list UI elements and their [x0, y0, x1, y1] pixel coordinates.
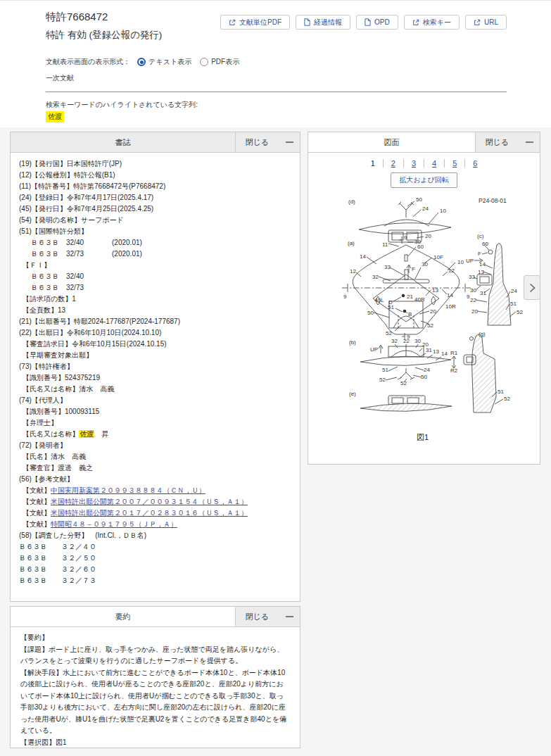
- enlarge-rotate-button[interactable]: 拡大および回転: [391, 172, 457, 188]
- figure-label: 24: [422, 206, 429, 212]
- figure-label: 10R: [445, 303, 456, 310]
- figure-label: 22: [470, 297, 476, 303]
- toolbar-button-label: 文献単位PDF: [239, 18, 281, 27]
- figure-page-3[interactable]: 3: [404, 159, 424, 168]
- toolbar: 文献単位PDF経過情報OPD検索キーURL: [220, 15, 507, 30]
- figure-label: 33: [469, 274, 475, 280]
- reference-link[interactable]: 中国実用新案第２０９９３８８８４（ＣＮ，Ｕ）: [51, 486, 205, 494]
- biblio-line: (22)【出願日】令和6年10月10日(2024.10.10): [19, 327, 291, 339]
- patent-figure: P24-08-01 図1 (d)5024102030(a)1196010F101…: [310, 194, 538, 443]
- biblio-line: Ｂ６３Ｂ 32/40: [19, 271, 291, 282]
- figure-page-4[interactable]: 4: [424, 159, 444, 168]
- abstract-line: 【課題】ボード上に座り、取っ手をつかみ、座った状態で両足を踏ん張りながら、バラン…: [20, 644, 290, 667]
- biblio-line: (74)【代理人】: [19, 395, 291, 406]
- highlight-caption: 検索キーワードのハイライトされている文字列:: [46, 100, 198, 110]
- drawings-collapse-button[interactable]: [519, 132, 540, 152]
- text-display-radio[interactable]: テキスト表示: [137, 57, 191, 67]
- biblio-line: 【請求項の数】1: [19, 294, 291, 305]
- reference-link[interactable]: 特開昭４８－０９１７９５（ＪＰ，Ａ）: [51, 520, 177, 528]
- abstract-panel: 要約 閉じる 【要約】【課題】ボード上に座り、取っ手をつかみ、座った状態で両足を…: [10, 606, 300, 748]
- display-format-label: 文献表示画面の表示形式：: [46, 57, 130, 67]
- figure-label: 14: [479, 261, 486, 267]
- figure-label: 30: [470, 287, 476, 294]
- figure-label: 51: [498, 389, 504, 395]
- figure-label: 50: [421, 374, 427, 380]
- figure-label: 52: [427, 322, 433, 329]
- abstract-line: 【解決手段】水上において前方に進むことができるボード本体10と、ボード本体10の…: [20, 667, 290, 737]
- biblio-panel-title: 書誌: [11, 132, 235, 152]
- minus-icon: [286, 141, 293, 143]
- figure-label: 14: [447, 292, 453, 298]
- progress-info-button[interactable]: 経過情報: [296, 15, 350, 30]
- figure-page-2[interactable]: 2: [384, 159, 403, 168]
- figure-label: 30: [422, 261, 428, 267]
- patent-document-page: 特許7668472 特許 有効 (登録公報の発行) 文献単位PDF経過情報OPD…: [0, 0, 551, 756]
- figure-label: (c): [477, 233, 484, 239]
- url-button[interactable]: URL: [465, 15, 507, 30]
- figure-label: 51: [382, 367, 388, 373]
- biblio-line: 【文献】特開昭４８－０９１７９５（ＪＰ，Ａ）: [19, 519, 291, 530]
- biblio-line: (12)【公報種別】特許公報(B1): [19, 170, 291, 181]
- minus-icon: [286, 616, 293, 617]
- next-figure-button[interactable]: [524, 275, 540, 300]
- figure-label: 40L: [374, 297, 384, 303]
- figure-label: 33: [384, 264, 391, 270]
- pdf-button[interactable]: 文献単位PDF: [220, 15, 290, 30]
- figure-label: 22: [403, 338, 410, 344]
- display-format-row: 文献表示画面の表示形式： テキスト表示PDF表示: [46, 57, 239, 67]
- figure-label: B: [408, 311, 412, 317]
- figure-label: 14: [360, 253, 366, 260]
- radio-icon: [137, 58, 146, 66]
- figure-label: 12: [350, 268, 356, 275]
- biblio-panel: 書誌 閉じる (19)【発行国】日本国特許庁(JP)(12)【公報種別】特許公報…: [10, 132, 300, 602]
- biblio-line: 【ＦＩ】: [19, 260, 291, 271]
- figure-label: 52: [386, 330, 392, 336]
- figure-label: 21: [407, 294, 413, 300]
- biblio-line: Ｂ６３Ｂ ３２／４０: [19, 541, 291, 553]
- abstract-panel-title: 要約: [11, 607, 235, 626]
- figure-label: 31: [480, 290, 486, 296]
- biblio-line: 【文献】米国特許出願公開第２０１７／０２８３０１６（ＵＳ，Ａ１）: [19, 508, 291, 519]
- reference-link[interactable]: 米国特許出願公開第２０１７／０２８３０１６（ＵＳ，Ａ１）: [51, 509, 248, 517]
- search-key-button[interactable]: 検索キー: [404, 15, 460, 30]
- abstract-line: 【要約】: [20, 632, 290, 644]
- figure-label: 9: [343, 294, 347, 300]
- figure-label: 12: [448, 267, 455, 274]
- biblio-close-button[interactable]: 閉じる: [235, 132, 279, 152]
- figure-label: 10F: [433, 254, 443, 260]
- figure-page-6[interactable]: 6: [465, 159, 485, 168]
- biblio-line: (19)【発行国】日本国特許庁(JP): [19, 158, 291, 170]
- doc-type-label: 一次文献: [46, 73, 74, 83]
- biblio-line: 【弁理士】: [19, 417, 291, 429]
- biblio-line: 【審査請求日】令和6年10月15日(2024.10.15): [19, 339, 291, 350]
- abstract-line: 【選択図】図1: [20, 737, 290, 749]
- biblio-line: (51)【国際特許分類】: [19, 226, 291, 237]
- figure-page-5[interactable]: 5: [445, 159, 464, 168]
- figure-label: (a): [348, 240, 355, 246]
- biblio-line: (11)【特許番号】特許第7668472号(P7668472): [19, 181, 291, 192]
- biblio-line: 【氏名】清水 高義: [19, 451, 291, 462]
- abstract-collapse-button[interactable]: [279, 607, 300, 626]
- figure-label: (e): [349, 391, 356, 397]
- figure-label: 52: [504, 396, 510, 402]
- figure-label: R2: [450, 367, 458, 374]
- reference-link[interactable]: 米国特許出願公開第２００７／００９３１５４（ＵＳ，Ａ１）: [51, 498, 248, 505]
- pdf-display-radio[interactable]: PDF表示: [200, 57, 239, 67]
- figure-label: UP: [370, 346, 378, 353]
- format-options: テキスト表示PDF表示: [137, 57, 239, 67]
- biblio-line: (58)【調査した分野】 (Int.Cl.，ＤＢ名): [19, 530, 291, 541]
- figure-label: 10: [457, 259, 464, 265]
- figure-label: 51: [388, 304, 394, 310]
- figure-label: 51: [510, 301, 517, 307]
- external-link-icon: [412, 19, 419, 26]
- abstract-close-button[interactable]: 閉じる: [235, 607, 279, 626]
- opd-button[interactable]: OPD: [356, 15, 398, 30]
- drawings-close-button[interactable]: 閉じる: [475, 132, 519, 152]
- figure-label: 32: [391, 338, 398, 344]
- biblio-collapse-button[interactable]: [279, 132, 300, 152]
- figure-label: (d): [348, 199, 355, 205]
- divider: [46, 92, 507, 92]
- biblio-line: (21)【出願番号】特願2024-177687(P2024-177687): [19, 316, 291, 327]
- figure-page-1[interactable]: 1: [363, 159, 383, 168]
- figure-label: 13: [433, 348, 439, 355]
